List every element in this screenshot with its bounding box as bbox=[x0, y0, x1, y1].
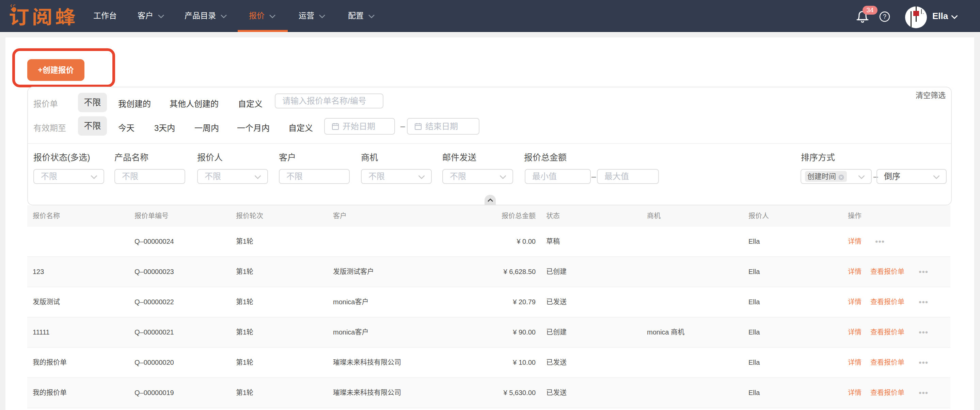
svg-text:?: ? bbox=[883, 13, 886, 20]
